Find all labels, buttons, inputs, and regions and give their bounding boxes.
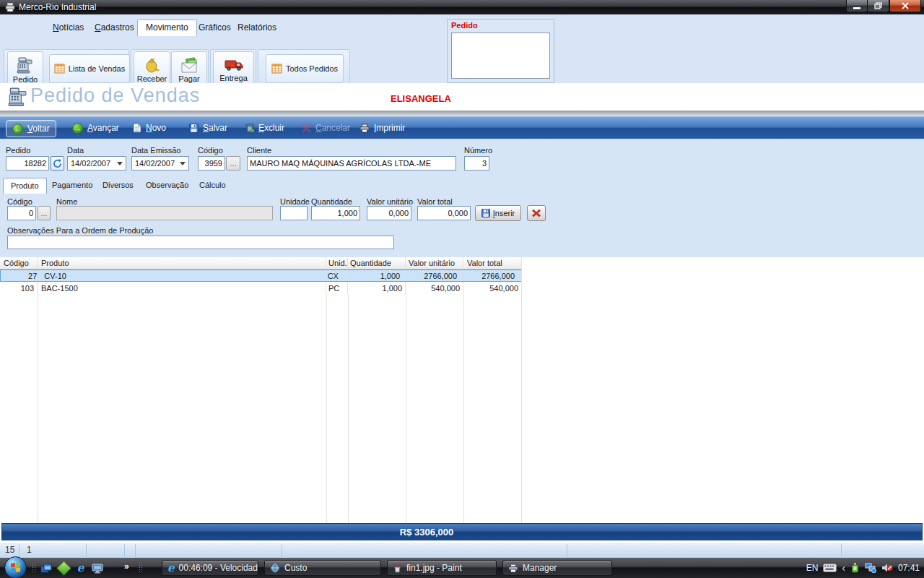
avancar-button[interactable]: → Avançar	[66, 120, 125, 136]
col-header-produto[interactable]: Produto	[38, 257, 326, 269]
tab-pagamento[interactable]: Pagamento	[45, 178, 100, 193]
col-header-quantidade[interactable]: Quantidade	[348, 257, 406, 269]
table-row[interactable]: 103 BAC-1500 PC 1,000 540,000 540,000	[0, 282, 522, 294]
entrega-button[interactable]: Entrega	[213, 51, 254, 87]
trash-icon	[245, 123, 254, 133]
novo-button[interactable]: Novo	[127, 120, 172, 136]
data-emissao-field-label: Data Emissão	[131, 146, 180, 155]
taskbar-task-velocidade[interactable]: e 00:46:09 - Velocidad...	[162, 560, 258, 576]
taskbar-task-manager[interactable]: Manager	[502, 560, 612, 576]
table-row[interactable]: 27 CV-10 CX 1,000 2766,000 2766,000	[0, 269, 522, 282]
refresh-icon	[53, 159, 62, 168]
status-count: 15	[5, 545, 14, 555]
total-bar: R$ 3306,000	[1, 523, 923, 540]
pagar-button[interactable]: Pagar	[171, 51, 207, 87]
menu-tab-noticias[interactable]: Notícias	[45, 20, 92, 35]
browse-produto-button[interactable]: ...	[38, 206, 51, 220]
cancelar-button[interactable]: Cancelar	[296, 120, 356, 136]
pedido-button[interactable]: Pedido	[7, 51, 43, 87]
save-floppy-icon	[189, 124, 199, 133]
start-button[interactable]	[4, 556, 27, 578]
close-button[interactable]	[889, 0, 921, 12]
show-desktop-icon[interactable]	[91, 562, 103, 574]
entry-valor-unitario-input[interactable]	[367, 206, 411, 220]
taskband-handle[interactable]	[139, 562, 142, 574]
tab-calculo[interactable]: Cálculo	[192, 178, 233, 193]
refresh-button[interactable]	[51, 156, 64, 171]
page-header: Pedido de Vendas ELISANGELA	[0, 83, 924, 111]
status-position: 1	[27, 545, 32, 555]
excluir-button[interactable]: Excluir	[240, 120, 290, 136]
network-icon[interactable]	[865, 563, 876, 573]
entry-codigo-label: Código	[7, 197, 32, 206]
salvar-button[interactable]: Salvar	[183, 120, 233, 136]
table-grid-icon	[54, 64, 65, 74]
cliente-input[interactable]	[247, 156, 456, 171]
power-plug-icon[interactable]	[850, 563, 860, 574]
restore-icon	[874, 2, 882, 9]
tray-expand-chevron[interactable]: ‹	[842, 562, 845, 574]
todos-pedidos-button[interactable]: Todos Pedidos	[266, 54, 344, 83]
codigo-cliente-input[interactable]	[198, 156, 225, 171]
tab-observacao[interactable]: Observação	[139, 178, 196, 193]
globe-icon	[270, 563, 280, 573]
entry-unidade-input[interactable]	[280, 206, 308, 220]
col-header-valor-unitario[interactable]: Valor unitário	[406, 257, 463, 269]
menu-tab-cadastros[interactable]: Cadastros	[87, 20, 142, 35]
col-header-valor-total[interactable]: Valor total	[463, 257, 522, 269]
taskbar-task-paint[interactable]: fin1.jpg - Paint	[387, 560, 497, 576]
data-select[interactable]: 14/02/2007	[67, 156, 126, 171]
keyboard-language-indicator[interactable]: EN	[806, 563, 819, 573]
order-form: Pedido Data Data Emissão Código Cliente …	[0, 139, 924, 257]
internet-explorer-icon[interactable]: e	[74, 562, 87, 574]
grid-line	[38, 294, 38, 523]
items-grid: Código Produto Unid. Quantidade Valor un…	[0, 257, 924, 523]
pedido-input[interactable]	[6, 156, 49, 171]
entry-valor-total-input[interactable]	[417, 206, 471, 220]
data-emissao-select[interactable]: 14/02/2007	[131, 156, 189, 171]
entry-valor-unitario-label: Valor unitário	[367, 197, 413, 206]
restore-button[interactable]	[867, 0, 889, 12]
entry-codigo-input[interactable]	[7, 206, 36, 220]
col-header-codigo[interactable]: Código	[0, 257, 38, 269]
menu-tab-movimento[interactable]: Movimento	[137, 20, 197, 36]
cash-register-icon	[7, 86, 27, 108]
browse-cliente-button[interactable]: ...	[226, 156, 240, 171]
voltar-button[interactable]: ← Voltar	[6, 120, 56, 137]
tab-produto[interactable]: Produto	[3, 178, 47, 194]
internet-explorer-icon: e	[167, 563, 175, 574]
entry-quantidade-label: Quantidade	[311, 197, 352, 206]
taskbar: e » e 00:46:09 - Velocidad... Custo	[0, 558, 924, 578]
cash-register-icon	[16, 56, 35, 74]
imprimir-button[interactable]: Imprimir	[354, 120, 411, 136]
obs-input[interactable]	[7, 236, 394, 249]
minimize-button[interactable]	[846, 0, 868, 12]
arrow-left-icon: ←	[12, 124, 23, 134]
order-total: R$ 3306,000	[400, 527, 524, 538]
taskbar-task-custo[interactable]: Custo	[264, 560, 381, 576]
arrow-right-icon: →	[72, 123, 83, 134]
quicklaunch-handle[interactable]	[32, 562, 35, 574]
numero-input[interactable]	[464, 156, 489, 171]
pedido-panel-box[interactable]	[451, 33, 550, 79]
remove-item-button[interactable]	[527, 205, 546, 221]
menu-tab-relatorios[interactable]: Relatórios	[230, 20, 284, 35]
col-header-unid[interactable]: Unid.	[326, 257, 348, 269]
inserir-button[interactable]: Inserir	[475, 205, 521, 221]
numero-field-label: Número	[464, 146, 492, 155]
lista-de-vendas-button[interactable]: Lista de Vendas	[49, 54, 130, 83]
green-diamond-launcher-icon[interactable]	[58, 562, 70, 574]
receber-button[interactable]: Receber	[134, 51, 170, 87]
grid-line	[406, 294, 406, 523]
printer-icon	[508, 564, 518, 573]
quicklaunch-overflow-chevron[interactable]: »	[124, 561, 129, 571]
volume-muted-icon[interactable]	[881, 563, 893, 573]
windows-flag-icon	[11, 563, 20, 573]
tab-diversos[interactable]: Diversos	[95, 178, 141, 193]
keyboard-icon[interactable]	[823, 564, 837, 572]
obs-label: Observações Para a Ordem de Produção	[7, 226, 153, 235]
cliente-field-label: Cliente	[247, 146, 271, 155]
entry-quantidade-input[interactable]	[311, 206, 360, 220]
window-switcher-icon[interactable]	[40, 562, 52, 574]
clock[interactable]: 07:41	[898, 563, 920, 573]
